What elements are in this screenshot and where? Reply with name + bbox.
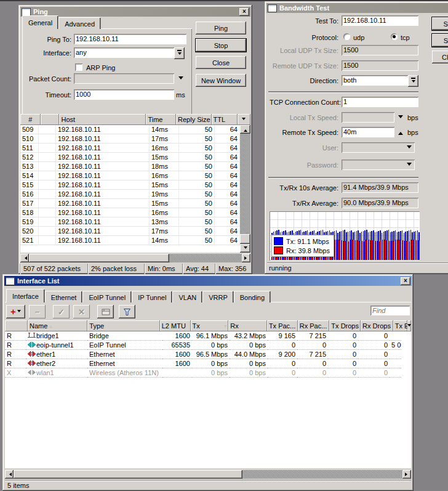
- tab-eoip-tunnel[interactable]: EoIP Tunnel: [82, 291, 132, 302]
- interface-row[interactable]: Rether2Ethernet16000 bps0 bps0000: [5, 359, 411, 368]
- cell: 50: [179, 144, 215, 153]
- column-header-reply-size[interactable]: Reply Size: [176, 114, 211, 125]
- ping-result-row[interactable]: 520192.168.10.1117ms5064: [20, 227, 240, 236]
- column-header-tx[interactable]: Tx▿: [191, 320, 229, 331]
- ping-horizontal-scrollbar[interactable]: [20, 254, 250, 262]
- column-header-flags[interactable]: [5, 320, 28, 331]
- add-button[interactable]: +: [6, 305, 25, 319]
- timeout-field[interactable]: 1000: [74, 89, 174, 100]
- ping-result-row[interactable]: 509192.168.10.1114ms5064: [20, 125, 240, 134]
- scroll-track[interactable]: [240, 134, 250, 234]
- find-input[interactable]: [370, 306, 410, 315]
- ping-result-row[interactable]: 510192.168.10.1117ms5064: [20, 134, 240, 144]
- cell: 1600: [162, 331, 192, 341]
- tab-advanced[interactable]: Advanced: [58, 17, 101, 29]
- scroll-up-button[interactable]: [240, 125, 250, 134]
- tcp-connection-count-field[interactable]: 1: [342, 97, 418, 107]
- scroll-down-button[interactable]: [240, 244, 250, 253]
- interface-horizontal-scrollbar[interactable]: [5, 470, 411, 479]
- scroll-left-button[interactable]: [20, 254, 29, 262]
- user-dropdown-icon[interactable]: [407, 145, 412, 151]
- find-box[interactable]: [370, 306, 410, 315]
- column-header-tx-drops[interactable]: Tx Drops: [329, 320, 361, 331]
- close-button[interactable]: Close: [432, 51, 448, 63]
- remote-tx-speed-up-arrow-icon[interactable]: [398, 129, 403, 135]
- tab-vlan[interactable]: VLAN: [172, 291, 202, 302]
- close-window-button[interactable]: ×: [239, 8, 249, 16]
- comment-button[interactable]: [97, 305, 114, 319]
- tab-interface[interactable]: Interface: [6, 289, 45, 302]
- packet-count-dropdown-icon[interactable]: [178, 76, 183, 82]
- column-header-l2mtu[interactable]: L2 MTU: [160, 320, 191, 331]
- column-header-tx-errors[interactable]: Tx E: [393, 320, 407, 331]
- stop-button[interactable]: Stop: [196, 39, 246, 52]
- ping-result-row[interactable]: 516192.168.10.1119ms5064: [20, 190, 240, 199]
- column-header-tx-packets[interactable]: Tx Pac...: [267, 320, 298, 331]
- close-button[interactable]: Close: [196, 56, 246, 69]
- scroll-thumb[interactable]: [240, 234, 250, 244]
- tab-vrrp[interactable]: VRRP: [202, 291, 234, 302]
- interface-row[interactable]: Rbridge1Bridge160096.1 Mbps43.2 Mbps9 16…: [5, 331, 411, 341]
- interface-list-titlebar[interactable]: Interface List ×: [4, 276, 412, 286]
- stop-button[interactable]: Stop: [432, 34, 448, 47]
- column-header-type[interactable]: Type: [87, 320, 159, 331]
- column-header-name[interactable]: Name▵: [28, 320, 87, 331]
- tab-ip-tunnel[interactable]: IP Tunnel: [132, 291, 172, 302]
- cell: [39, 217, 56, 227]
- scroll-thumb[interactable]: [14, 470, 242, 479]
- password-dropdown-icon[interactable]: [407, 163, 412, 168]
- udp-radio[interactable]: [343, 33, 350, 40]
- ping-to-field[interactable]: 192.168.10.11: [74, 34, 186, 44]
- column-header-rx[interactable]: Rx: [228, 320, 267, 331]
- tcp-radio[interactable]: [391, 33, 398, 40]
- direction-field[interactable]: both: [342, 75, 408, 86]
- column-header-ttl[interactable]: TTL: [212, 114, 238, 125]
- new-window-button[interactable]: New Window: [196, 74, 246, 87]
- arp-ping-checkbox[interactable]: [75, 63, 82, 71]
- interface-row[interactable]: Xwlan1Wireless (Atheros 11N)0 bps0 bps00…: [5, 368, 411, 378]
- ping-result-row[interactable]: 521192.168.10.1114ms5064: [20, 236, 240, 245]
- column-select-button[interactable]: [407, 320, 411, 331]
- interface-field[interactable]: any: [74, 47, 174, 58]
- column-header-index[interactable]: #: [20, 114, 41, 125]
- interface-row[interactable]: Rether1Ethernet160096.5 Mbps44.0 Mbps9 2…: [5, 350, 411, 359]
- column-header-rx-drops[interactable]: Rx Drops: [361, 320, 393, 331]
- scroll-right-button[interactable]: [242, 254, 250, 262]
- local-tx-speed-down-arrow-icon[interactable]: [398, 115, 403, 121]
- scroll-thumb[interactable]: [29, 254, 169, 262]
- column-header-blank[interactable]: [41, 114, 60, 125]
- remove-button[interactable]: −: [29, 305, 46, 319]
- ping-result-row[interactable]: 515192.168.10.1115ms5064: [20, 181, 240, 190]
- ping-result-row[interactable]: 511192.168.10.1116ms5064: [20, 144, 240, 153]
- scroll-track[interactable]: [242, 470, 402, 479]
- interface-dropdown-button[interactable]: [174, 47, 185, 59]
- tab-ethernet[interactable]: Ethernet: [45, 291, 83, 302]
- column-header-time[interactable]: Time: [146, 114, 176, 125]
- tab-general[interactable]: General: [22, 15, 58, 29]
- direction-dropdown-button[interactable]: [408, 75, 418, 87]
- ping-result-row[interactable]: 517192.168.10.1115ms5064: [20, 199, 240, 208]
- ping-button[interactable]: Ping: [196, 22, 246, 34]
- scroll-left-button[interactable]: [5, 470, 14, 479]
- test-to-field[interactable]: 192.168.10.11: [342, 15, 418, 26]
- column-header-rx-packets[interactable]: Rx Pac...: [298, 320, 330, 331]
- ping-result-row[interactable]: 512192.168.10.1115ms5064: [20, 153, 240, 162]
- bandwidth-test-titlebar[interactable]: Bandwidth Test: [266, 3, 448, 13]
- start-button[interactable]: Start: [432, 17, 448, 30]
- remote-tx-speed-field[interactable]: 40m: [342, 127, 394, 137]
- close-window-button[interactable]: ×: [401, 277, 410, 285]
- enable-button[interactable]: ✓: [53, 305, 70, 319]
- ping-result-row[interactable]: 519192.168.10.1113ms5064: [20, 217, 240, 227]
- tab-bonding[interactable]: Bonding: [234, 291, 271, 302]
- filter-button[interactable]: [119, 305, 135, 319]
- scroll-right-button[interactable]: [402, 470, 411, 479]
- interface-row[interactable]: Reoip-tunnel1EoIP Tunnel655350 bps0 bps0…: [5, 341, 411, 350]
- column-select-button[interactable]: [238, 114, 250, 125]
- disable-button[interactable]: ✕: [73, 305, 90, 319]
- ping-vertical-scrollbar[interactable]: [240, 125, 250, 253]
- scroll-track[interactable]: [169, 254, 242, 262]
- ping-result-row[interactable]: 518192.168.10.1116ms5064: [20, 208, 240, 217]
- ping-result-row[interactable]: 513192.168.10.1118ms5064: [20, 162, 240, 171]
- column-header-host[interactable]: Host: [59, 114, 146, 125]
- ping-result-row[interactable]: 514192.168.10.1116ms5064: [20, 171, 240, 181]
